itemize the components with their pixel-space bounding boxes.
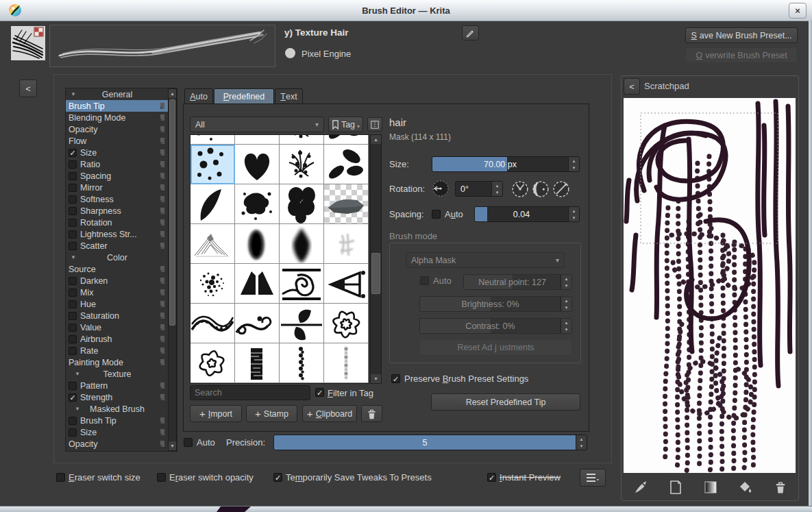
- scrollbar-handle[interactable]: [169, 99, 175, 326]
- checkbox[interactable]: [69, 312, 77, 320]
- scratchpad-fill-gradient-button[interactable]: [702, 478, 719, 496]
- precision-slider[interactable]: 5 ▴▾: [273, 435, 587, 450]
- checkbox[interactable]: [69, 207, 77, 215]
- collapse-options-button[interactable]: <: [19, 80, 37, 97]
- sidebar-section-color[interactable]: ▼Color: [66, 252, 168, 263]
- collapse-scratchpad-button[interactable]: <: [624, 78, 640, 95]
- sidebar-item-scatter[interactable]: Scatter: [66, 240, 168, 252]
- section-page-icon: [159, 347, 166, 354]
- instant-preview-label: Instant Preview: [500, 472, 561, 483]
- tab-auto[interactable]: Auto: [184, 88, 213, 104]
- sidebar-item-softness[interactable]: Softness: [66, 193, 168, 205]
- eraser-switch-opacity-label: Eraser switch opacity: [169, 472, 254, 483]
- checkbox[interactable]: [69, 417, 77, 425]
- sidebar-section-general[interactable]: ▼General: [66, 88, 168, 100]
- section-page-icon: [159, 184, 166, 191]
- scratchpad-fill-background-button[interactable]: [737, 478, 754, 496]
- section-page-icon: [159, 324, 166, 331]
- sidebar-item-blending-mode[interactable]: Blending Mode: [66, 112, 168, 123]
- checkbox[interactable]: [69, 289, 77, 297]
- checkbox[interactable]: [69, 347, 77, 355]
- save-tweaks-checkbox[interactable]: ✓: [273, 473, 282, 482]
- section-page-icon: [159, 172, 166, 180]
- checkbox[interactable]: ✓: [69, 149, 77, 157]
- tab-predefined[interactable]: Predefined: [214, 88, 274, 104]
- scratchpad-paint-button[interactable]: [632, 478, 650, 496]
- new-page-icon: [669, 480, 682, 494]
- sidebar-item-saturation[interactable]: Saturation: [66, 310, 168, 321]
- sidebar-item-value[interactable]: Value: [66, 321, 168, 333]
- checkbox[interactable]: [69, 428, 77, 437]
- engine-name: Pixel Engine: [302, 49, 351, 59]
- checkbox[interactable]: [69, 335, 77, 343]
- sidebar-item-hue[interactable]: Hue: [66, 298, 168, 310]
- fill-bucket-icon: [739, 480, 752, 494]
- save-new-preset-button[interactable]: Save New Brush Preset...: [685, 27, 798, 43]
- sidebar-item-spacing[interactable]: Spacing: [66, 170, 168, 182]
- eraser-switch-opacity-checkbox[interactable]: [157, 473, 166, 482]
- sidebar-item-darken[interactable]: Darken: [66, 275, 168, 287]
- detach-menu-button[interactable]: [580, 469, 606, 487]
- sidebar-item-lightness-str[interactable]: Lightness Str...: [66, 228, 168, 240]
- checkbox[interactable]: [69, 277, 77, 285]
- sidebar-item-brush-tip[interactable]: Brush Tip: [66, 100, 168, 112]
- sidebar-item-ratio[interactable]: Ratio: [66, 158, 168, 170]
- sidebar-item-sharpness[interactable]: Sharpness: [66, 205, 168, 217]
- precision-spinner[interactable]: ▴▾: [576, 435, 587, 450]
- sidebar-section-texture[interactable]: ▼Texture: [66, 368, 168, 380]
- sidebar-item-mix[interactable]: Mix: [66, 287, 168, 298]
- sidebar-item-pattern[interactable]: Pattern: [66, 380, 168, 391]
- sidebar-item-size[interactable]: Size: [66, 426, 168, 438]
- checkbox[interactable]: ✓: [69, 393, 77, 402]
- sidebar-section-masked-brush[interactable]: ▼Masked Brush: [66, 403, 168, 415]
- spin-down-icon[interactable]: ▾: [576, 443, 587, 450]
- spin-up-icon[interactable]: ▴: [576, 435, 587, 443]
- titlebar[interactable]: Brush Editor — Krita ×: [0, 0, 812, 21]
- sidebar-item-size[interactable]: ✓Size: [66, 147, 168, 158]
- rename-preset-button[interactable]: [462, 25, 479, 40]
- scroll-down-icon[interactable]: ▾: [169, 441, 176, 450]
- sidebar-item-rotation[interactable]: Rotation: [66, 217, 168, 228]
- sidebar-item-mirror[interactable]: Mirror: [66, 182, 168, 193]
- section-page-icon: [159, 265, 166, 273]
- section-page-icon: [159, 393, 166, 401]
- pencil-icon: [465, 28, 476, 38]
- sidebar-item-strength[interactable]: ✓Strength: [66, 391, 168, 403]
- sidebar-item-painting-mode[interactable]: Painting Mode: [66, 356, 168, 368]
- checkbox[interactable]: [69, 230, 77, 239]
- tab-text[interactable]: Text: [275, 88, 303, 104]
- sidebar-item-rate[interactable]: Rate: [66, 345, 168, 356]
- sidebar-item-airbrush[interactable]: Airbrush: [66, 333, 168, 345]
- scratchpad-canvas[interactable]: [624, 98, 796, 473]
- checkbox[interactable]: [69, 195, 77, 204]
- checkbox[interactable]: [69, 160, 77, 169]
- scroll-up-icon[interactable]: ▴: [169, 89, 176, 98]
- sidebar-item-flow[interactable]: Flow: [66, 135, 168, 147]
- precision-auto-label: Auto: [197, 437, 215, 448]
- checkbox[interactable]: [69, 382, 77, 390]
- sidebar-item-source[interactable]: Source: [66, 263, 168, 275]
- scratchpad-clear-button[interactable]: [772, 478, 789, 496]
- sidebar-item-opacity[interactable]: Opacity: [66, 438, 168, 450]
- section-page-icon: [159, 114, 166, 121]
- section-page-icon: [159, 230, 166, 238]
- section-page-icon: [159, 137, 166, 145]
- close-button[interactable]: ×: [789, 3, 807, 19]
- scratchpad-fill-gray-button[interactable]: [667, 478, 685, 496]
- checkbox[interactable]: [69, 300, 77, 308]
- precision-auto-checkbox[interactable]: [184, 438, 193, 447]
- instant-preview-checkbox[interactable]: ✓: [487, 473, 496, 482]
- overwrite-preset-button[interactable]: Overwrite Brush Preset: [685, 47, 798, 63]
- window-frame-right: [809, 21, 812, 506]
- sidebar-item-opacity[interactable]: Opacity: [66, 123, 168, 135]
- section-page-icon: [159, 277, 166, 284]
- checkbox[interactable]: [69, 184, 77, 192]
- section-page-icon: [159, 440, 166, 448]
- eraser-switch-size-checkbox[interactable]: [56, 473, 65, 482]
- checkbox[interactable]: [69, 172, 77, 180]
- checkbox[interactable]: [69, 242, 77, 250]
- checkbox[interactable]: [69, 219, 77, 227]
- option-list-scrollbar[interactable]: ▴ ▾: [168, 88, 177, 451]
- sidebar-item-brush-tip[interactable]: Brush Tip: [66, 415, 168, 426]
- checkbox[interactable]: [69, 324, 77, 332]
